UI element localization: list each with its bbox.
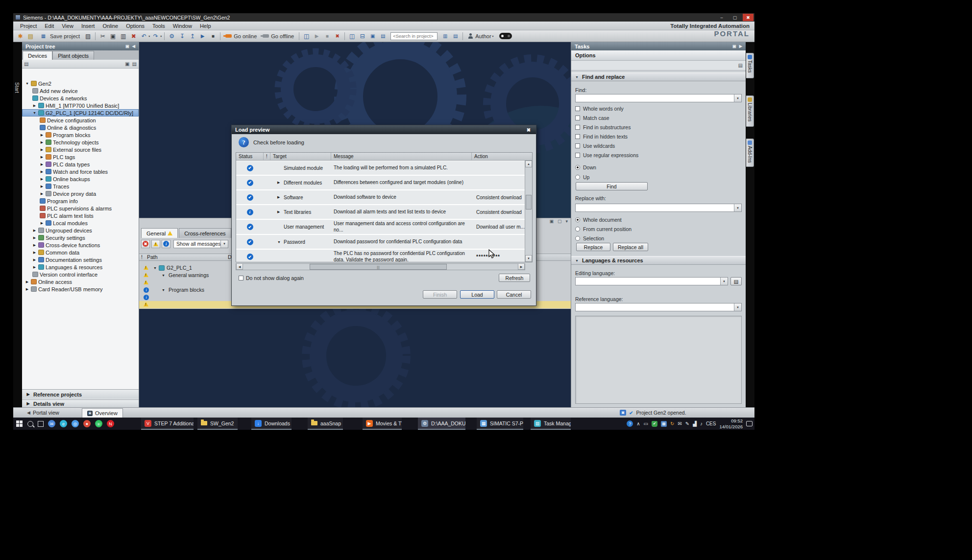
caret-right-icon[interactable]: ▶	[40, 185, 44, 188]
tree-item[interactable]: Devices & networks	[22, 94, 139, 102]
caret-right-icon[interactable]: ▶	[40, 148, 44, 152]
defender-icon[interactable]: ✔	[652, 421, 657, 427]
tree-item[interactable]: PLC supervisions & alarms	[22, 205, 139, 212]
dialog-close-icon[interactable]: ✖	[525, 127, 533, 133]
column-settings-icon[interactable]: ▣	[125, 61, 129, 67]
action-center-icon[interactable]	[746, 421, 753, 426]
caret-right-icon[interactable]: ▶	[25, 280, 29, 284]
mail-icon[interactable]: ✉	[48, 420, 55, 427]
float-panel-icon[interactable]: ▣	[125, 44, 129, 48]
radio-selection[interactable]: Selection	[575, 235, 604, 241]
caret-right-icon[interactable]: ▶	[40, 163, 44, 166]
details-view-bar[interactable]: ▶ Details view	[22, 399, 139, 407]
search-icon[interactable]	[27, 421, 33, 427]
taskbar-app-step7[interactable]: V STEP 7 Additional ...	[141, 418, 194, 430]
mail-tray-icon[interactable]: ✉	[678, 421, 681, 426]
caret-down-icon[interactable]: ▼	[277, 240, 284, 244]
radio-up[interactable]: Up	[575, 174, 589, 180]
tree-item[interactable]: Add new device	[22, 87, 139, 94]
compile-icon[interactable]: ⚙	[167, 31, 176, 41]
side-tab-libraries[interactable]: Libraries	[746, 95, 754, 127]
language-settings-button[interactable]: ▤	[730, 277, 742, 285]
tree-item[interactable]: ▶Documentation settings	[22, 256, 139, 263]
tab-general[interactable]: General	[141, 228, 178, 238]
radio-down[interactable]: Down	[575, 164, 596, 170]
caret-down-icon[interactable]: ▼	[162, 274, 165, 277]
taskbar-app-aaasnap[interactable]: aaaSnap	[308, 418, 343, 430]
tree-item[interactable]: ▶Technology objects	[22, 139, 139, 146]
caret-right-icon[interactable]: ▶	[40, 155, 44, 159]
update-tray-icon[interactable]: ↻	[670, 421, 674, 426]
project-window-icon[interactable]: ▣	[620, 410, 626, 416]
checkbox-box[interactable]	[575, 116, 580, 120]
password-field[interactable]: **********	[472, 250, 526, 262]
taskbar-app-taskmgr[interactable]: ▥ Task Manager	[531, 418, 571, 430]
menu-edit[interactable]: Edit	[41, 22, 58, 30]
tree-item-project[interactable]: ▼Gen2	[22, 80, 139, 87]
radio-circle[interactable]	[575, 217, 580, 222]
search-input[interactable]	[390, 32, 437, 40]
caret-down-icon[interactable]: ▼	[153, 266, 157, 270]
editing-language-select[interactable]: ▼	[575, 277, 728, 285]
edge-icon[interactable]: e	[60, 420, 67, 427]
checkbox-box[interactable]	[575, 125, 580, 130]
go-online-button[interactable]: Go online	[223, 31, 259, 41]
overview-tab[interactable]: ▣ Overview	[82, 408, 123, 418]
media-app-icon[interactable]: ●	[83, 420, 91, 427]
radio-from-current[interactable]: From current position	[575, 226, 632, 232]
caret-right-icon[interactable]: ▶	[277, 181, 284, 185]
tree-item[interactable]: Version control interface	[22, 271, 139, 278]
replace-button[interactable]: Replace	[576, 243, 610, 251]
collapse-panel-icon[interactable]: ◀	[132, 44, 135, 48]
tree-item[interactable]: ▶Security settings	[22, 234, 139, 241]
start-simulation-icon[interactable]: ▶	[198, 31, 207, 41]
tree-item[interactable]: ▶Program blocks	[22, 131, 139, 139]
help-tray-icon[interactable]: ?	[627, 420, 633, 427]
maximize-window-icon[interactable]: ▢	[558, 219, 562, 224]
checkbox-box[interactable]	[575, 153, 580, 158]
redo-dropdown-icon[interactable]: ▾	[160, 34, 162, 38]
tree-item[interactable]: ▶Cross-device functions	[22, 241, 139, 249]
tree-item[interactable]: ▶Online access	[22, 278, 139, 285]
tree-item[interactable]: Device configuration	[22, 117, 139, 124]
upload-from-device-icon[interactable]: ↥	[188, 31, 197, 41]
float-window-icon[interactable]: ▣	[549, 219, 554, 224]
start-tab[interactable]: Start	[14, 82, 20, 93]
volume-icon[interactable]: ♪	[700, 421, 703, 426]
menu-project[interactable]: Project	[16, 22, 41, 30]
stop-simulation-icon[interactable]: ■	[208, 31, 218, 41]
collapse-window-icon[interactable]: ▾	[565, 219, 568, 224]
undo-icon[interactable]: ↶	[139, 31, 148, 41]
caret-down-icon[interactable]: ▼	[162, 288, 165, 292]
caret-right-icon[interactable]: ▶	[40, 177, 44, 181]
go-offline-button[interactable]: Go offline	[260, 31, 296, 41]
message-filter-select[interactable]: Show all messages ▼	[173, 240, 228, 248]
taskbar-clock[interactable]: 09:52 14/01/2026	[719, 418, 743, 429]
dont-show-checkbox[interactable]: Do not show dialog again	[239, 275, 304, 281]
horizontal-scrollbar[interactable]: ◀ ||| ▶	[236, 263, 525, 270]
tree-item[interactable]: Online & diagnostics	[22, 124, 139, 131]
maximize-button[interactable]: ▢	[729, 14, 740, 21]
caret-right-icon[interactable]: ▶	[32, 258, 37, 262]
tree-item[interactable]: Program info	[22, 197, 139, 205]
author-button[interactable]: Author ▾	[465, 31, 496, 41]
tree-item[interactable]: ▶External source files	[22, 146, 139, 153]
tree-item[interactable]: ▶Local modules	[22, 219, 139, 227]
netflix-icon[interactable]: N	[107, 420, 114, 427]
caret-right-icon[interactable]: ▶	[25, 287, 29, 291]
table-row[interactable]: ✔ ▶Different modules Differences between…	[236, 176, 526, 189]
table-row[interactable]: ✔ The PLC has no password for confidenti…	[236, 250, 526, 262]
new-project-icon[interactable]: ✱	[16, 31, 25, 41]
float-panel-icon[interactable]: ▣	[732, 44, 736, 48]
accessible-devices-icon[interactable]: ◫	[302, 31, 311, 41]
menu-options[interactable]: Options	[122, 22, 148, 30]
tree-item[interactable]: ▶Traces	[22, 183, 139, 190]
scroll-down-icon[interactable]: ▼	[525, 255, 532, 262]
paste-icon[interactable]: ▥	[119, 31, 128, 41]
network-icon[interactable]: ▟	[693, 421, 697, 426]
scrollbar-thumb[interactable]: |||	[310, 264, 447, 270]
scroll-up-icon[interactable]: ▲	[525, 161, 532, 167]
menu-window[interactable]: Window	[169, 22, 196, 30]
table-row[interactable]: ✔ ▶Software Download software to device …	[236, 190, 526, 204]
tree-item[interactable]: ▶Card Reader/USB memory	[22, 285, 139, 293]
